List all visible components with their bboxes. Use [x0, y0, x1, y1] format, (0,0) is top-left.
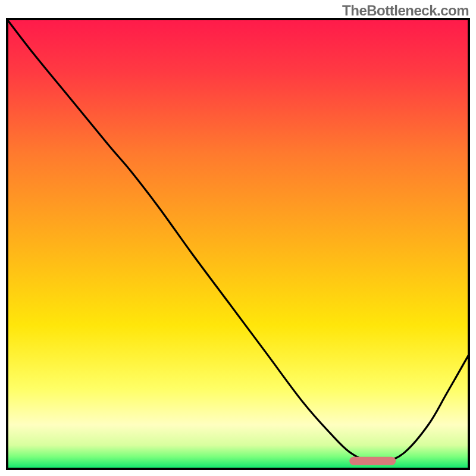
chart-frame: TheBottleneck.com: [0, 0, 476, 476]
bottleneck-chart: [6, 18, 470, 470]
optimum-marker: [349, 457, 396, 465]
watermark-text: TheBottleneck.com: [342, 2, 469, 19]
gradient-background: [6, 18, 470, 470]
